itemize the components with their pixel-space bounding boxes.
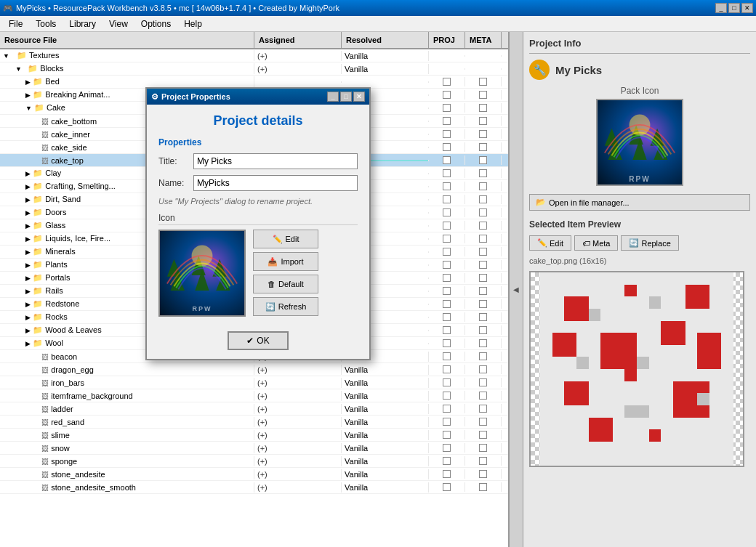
dialog-icon: ⚙	[151, 92, 158, 102]
icon-watermark: RPW	[193, 305, 212, 312]
name-form-label: Name:	[158, 178, 188, 188]
title-form-label: Title:	[158, 156, 188, 166]
default-icon: 🗑	[268, 280, 276, 288]
icon-import-button[interactable]: 📥 Import	[253, 252, 318, 271]
name-input[interactable]	[193, 175, 358, 191]
icon-action-buttons: ✏️ Edit 📥 Import 🗑 Default 🔄 Refresh	[253, 230, 318, 316]
dialog-title-bar: ⚙ Project Properties _ □ ✕	[147, 89, 369, 105]
import-icon: 📥	[268, 257, 278, 267]
form-hint: Use "My Projects" dialog to rename proje…	[158, 197, 358, 206]
ok-button[interactable]: ✔ OK	[228, 331, 288, 350]
title-input[interactable]	[193, 153, 358, 169]
dialog-footer: ✔ OK	[147, 325, 369, 359]
dialog-heading: Project details	[158, 113, 358, 129]
project-properties-dialog: ⚙ Project Properties _ □ ✕ Project detai…	[145, 87, 371, 360]
dialog-minimize-button[interactable]: _	[327, 92, 339, 102]
icon-preview-box: RPW	[158, 230, 246, 317]
icon-section-label: Icon	[158, 213, 358, 225]
dialog-controls: _ □ ✕	[327, 92, 365, 102]
dialog-title: Project Properties	[161, 92, 230, 101]
icon-edit-button[interactable]: ✏️ Edit	[253, 230, 318, 248]
dialog-content: Project details Properties Title: Name: …	[147, 105, 369, 325]
properties-section-label: Properties	[158, 137, 358, 147]
title-form-row: Title:	[158, 153, 358, 169]
modal-overlay: ⚙ Project Properties _ □ ✕ Project detai…	[0, 0, 756, 547]
ok-icon: ✔	[246, 336, 254, 346]
icon-section: RPW ✏️ Edit 📥 Import 🗑 Default	[158, 230, 358, 317]
icon-refresh-button[interactable]: 🔄 Refresh	[253, 297, 318, 316]
dialog-maximize-button[interactable]: □	[340, 92, 352, 102]
dialog-close-button[interactable]: ✕	[353, 92, 365, 102]
name-form-row: Name:	[158, 175, 358, 191]
refresh-icon: 🔄	[265, 302, 276, 312]
edit-icon: ✏️	[273, 235, 283, 244]
icon-default-button[interactable]: 🗑 Default	[253, 275, 318, 293]
